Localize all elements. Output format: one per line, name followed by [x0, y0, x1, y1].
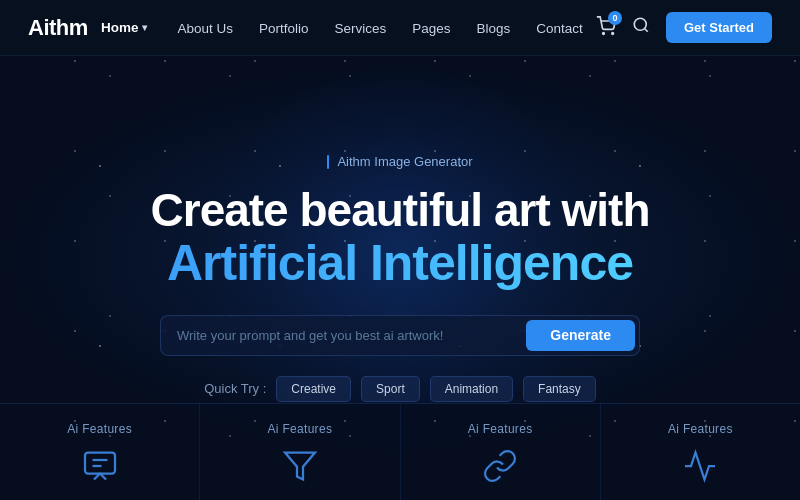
- nav-link-blogs[interactable]: Blogs: [477, 21, 511, 36]
- link-icon: [480, 446, 520, 486]
- nav-link-portfolio[interactable]: Portfolio: [259, 21, 309, 36]
- chart-icon: [680, 446, 720, 486]
- chat-icon: [80, 446, 120, 486]
- svg-point-1: [612, 32, 614, 34]
- nav-link-pages[interactable]: Pages: [412, 21, 450, 36]
- label-bar: [327, 155, 329, 169]
- prompt-input[interactable]: [161, 316, 522, 355]
- feature-label-3: Ai Features: [468, 422, 533, 436]
- svg-marker-7: [285, 453, 315, 480]
- nav-link-about[interactable]: About Us: [177, 21, 233, 36]
- chevron-down-icon: ▾: [142, 22, 147, 33]
- nav-link-home[interactable]: Home ▾: [101, 20, 152, 35]
- svg-point-0: [603, 32, 605, 34]
- feature-card-1: Ai Features: [0, 404, 200, 500]
- cart-button[interactable]: 0: [596, 16, 616, 40]
- quick-try: Quick Try : Creative Sport Animation Fan…: [204, 376, 596, 402]
- feature-label-2: Ai Features: [268, 422, 333, 436]
- feature-card-4: Ai Features: [601, 404, 800, 500]
- feature-card-3: Ai Features: [401, 404, 601, 500]
- nav-item-home[interactable]: Home ▾: [101, 20, 152, 35]
- nav-item-pages[interactable]: Pages: [412, 19, 450, 37]
- generate-button[interactable]: Generate: [526, 320, 635, 351]
- quick-tag-creative[interactable]: Creative: [276, 376, 351, 402]
- nav-item-services[interactable]: Services: [334, 19, 386, 37]
- feature-card-2: Ai Features: [200, 404, 400, 500]
- quick-tag-sport[interactable]: Sport: [361, 376, 420, 402]
- hero-title: Create beautiful art with Artificial Int…: [151, 185, 650, 291]
- feature-label-1: Ai Features: [67, 422, 132, 436]
- svg-rect-4: [85, 453, 115, 474]
- nav-item-blogs[interactable]: Blogs: [477, 19, 511, 37]
- filter-icon: [280, 446, 320, 486]
- feature-label-4: Ai Features: [668, 422, 733, 436]
- nav-item-about[interactable]: About Us: [177, 19, 233, 37]
- svg-point-2: [634, 18, 646, 30]
- quick-tag-animation[interactable]: Animation: [430, 376, 513, 402]
- svg-line-3: [644, 28, 647, 31]
- nav-actions: 0 Get Started: [596, 12, 772, 43]
- nav-link-contact[interactable]: Contact: [536, 21, 583, 36]
- quick-tag-fantasy[interactable]: Fantasy: [523, 376, 596, 402]
- get-started-button[interactable]: Get Started: [666, 12, 772, 43]
- hero-content: Aithm Image Generator Create beautiful a…: [151, 154, 650, 402]
- navbar: Aithm Home ▾ About Us Portfolio Services…: [0, 0, 800, 56]
- features-row: Ai Features Ai Features Ai Features: [0, 403, 800, 500]
- quick-try-label: Quick Try :: [204, 381, 266, 396]
- nav-link-services[interactable]: Services: [334, 21, 386, 36]
- hero-section: Aithm Image Generator Create beautiful a…: [0, 56, 800, 500]
- hero-search-wrap: Generate: [160, 315, 640, 356]
- nav-links: Home ▾ About Us Portfolio Services Pages…: [101, 19, 583, 37]
- hero-title-ai: Artificial Intelligence: [151, 236, 650, 291]
- hero-label: Aithm Image Generator: [327, 154, 472, 169]
- cart-badge: 0: [608, 11, 622, 25]
- search-icon[interactable]: [632, 16, 650, 39]
- nav-item-contact[interactable]: Contact: [536, 19, 583, 37]
- nav-item-portfolio[interactable]: Portfolio: [259, 19, 309, 37]
- nav-logo: Aithm: [28, 15, 88, 41]
